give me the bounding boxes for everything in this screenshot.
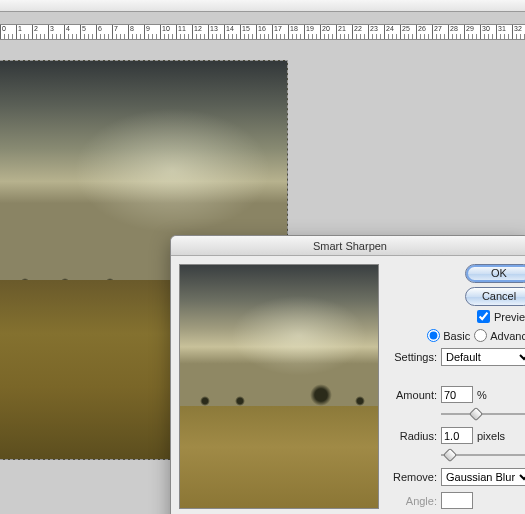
preview-checkbox[interactable]: [477, 310, 490, 323]
advanced-radio[interactable]: [474, 329, 487, 342]
remove-label: Remove:: [391, 471, 437, 483]
amount-slider[interactable]: [441, 407, 525, 421]
preview-label: Preview: [494, 311, 525, 323]
app-toolbar: [0, 0, 525, 12]
preview-image[interactable]: [179, 264, 379, 509]
cancel-button[interactable]: Cancel: [465, 287, 525, 306]
canvas-area: Smart Sharpen − 50% +: [0, 40, 525, 514]
horizontal-ruler: 0123456789101112131415161718192021222324…: [0, 24, 525, 40]
amount-input[interactable]: [441, 386, 473, 403]
smart-sharpen-dialog: Smart Sharpen − 50% +: [170, 235, 525, 514]
remove-select[interactable]: Gaussian Blur: [441, 468, 525, 486]
radius-slider[interactable]: [441, 448, 525, 462]
radius-input[interactable]: [441, 427, 473, 444]
angle-input: [441, 492, 473, 509]
settings-label: Settings:: [391, 351, 437, 363]
basic-radio[interactable]: [427, 329, 440, 342]
amount-unit: %: [477, 389, 487, 401]
advanced-radio-label[interactable]: Advance: [474, 329, 525, 342]
radius-unit: pixels: [477, 430, 505, 442]
amount-label: Amount:: [391, 389, 437, 401]
angle-label: Angle:: [391, 495, 437, 507]
ok-button[interactable]: OK: [465, 264, 525, 283]
radius-label: Radius:: [391, 430, 437, 442]
settings-select[interactable]: Default: [441, 348, 525, 366]
dialog-title: Smart Sharpen: [171, 236, 525, 256]
basic-radio-label[interactable]: Basic: [427, 329, 470, 342]
